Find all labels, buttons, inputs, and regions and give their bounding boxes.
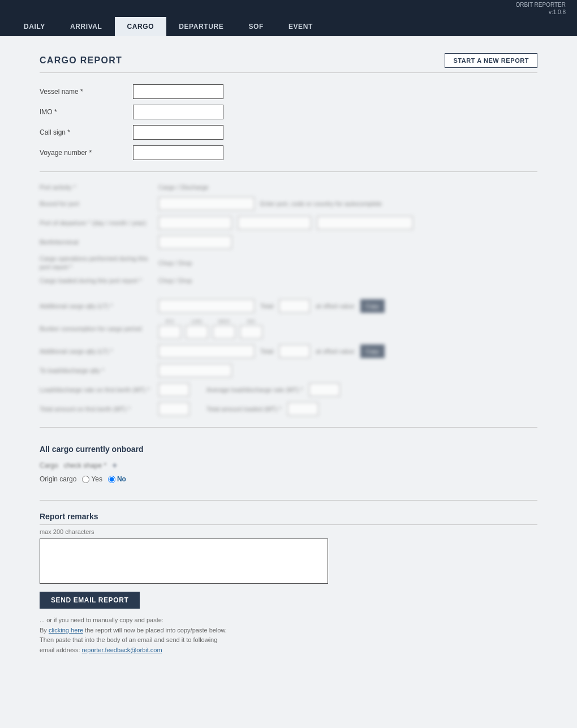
send-email-report-button[interactable]: SEND EMAIL REPORT bbox=[40, 592, 140, 609]
cargo-item-label: Cargo bbox=[40, 462, 58, 469]
footer-line2: Then paste that into the body of an emai… bbox=[40, 635, 537, 645]
cargo-operations-performed-row: Cargo operations performed during this p… bbox=[40, 255, 537, 271]
nav-tabs: DAILY ARRIVAL CARGO DEPARTURE SOF EVENT bbox=[0, 17, 577, 36]
bunker-mdo-input[interactable] bbox=[213, 325, 235, 339]
port-operations-section: Port activity * Cargo / Discharge Bound … bbox=[40, 183, 537, 416]
offset-value-label2: at offset value bbox=[316, 348, 354, 355]
cargo-operations-value: Chop / Drop bbox=[158, 260, 192, 266]
footer-email[interactable]: reporter.feedback@orbit.com bbox=[82, 647, 162, 653]
call-sign-group: Call sign * bbox=[40, 125, 537, 140]
imo-label: IMO * bbox=[40, 108, 127, 116]
vessel-name-label: Vessel name * bbox=[40, 88, 127, 96]
vessel-info-form: Vessel name * IMO * Call sign * Voyage n… bbox=[40, 84, 537, 160]
bound-for-port-label: Bound for port bbox=[40, 200, 153, 208]
cargo-loaded-during-label: Cargo loaded during this port report * bbox=[40, 277, 153, 285]
voyage-number-input[interactable] bbox=[133, 145, 223, 160]
cargo-operations-performed-label: Cargo operations performed during this p… bbox=[40, 255, 153, 271]
port-of-departure-input-year[interactable] bbox=[317, 216, 413, 230]
port-activity-label: Port activity * bbox=[40, 183, 153, 191]
bunker-mo-input[interactable] bbox=[240, 325, 262, 339]
rates-row: Load/discharge rate on first berth (MT) … bbox=[40, 383, 537, 397]
copy-button-2[interactable]: Copy bbox=[360, 344, 385, 358]
tab-cargo[interactable]: CARGO bbox=[115, 17, 167, 36]
port-activity-row: Port activity * Cargo / Discharge bbox=[40, 183, 537, 191]
remarks-hint: max 200 characters bbox=[40, 528, 537, 535]
port-of-departure-label: Port of departure * (day / month / year) bbox=[40, 219, 153, 227]
berth-terminal-row: Berth/terminal bbox=[40, 235, 537, 249]
bunker-ifo-wrap: IFO bbox=[158, 318, 181, 339]
bound-for-port-input[interactable] bbox=[158, 197, 255, 210]
voyage-number-group: Voyage number * bbox=[40, 145, 537, 160]
origin-cargo-row: Origin cargo Yes No bbox=[40, 475, 537, 483]
to-load-discharge-label: To load/discharge qtty * bbox=[40, 367, 153, 374]
tab-event[interactable]: EVENT bbox=[276, 17, 325, 36]
col-label-lmg: LMG bbox=[191, 318, 203, 324]
cargo-add-button[interactable]: + bbox=[112, 460, 117, 471]
cargo-loaded-value: Chop / Drop bbox=[158, 277, 192, 284]
col-label-mdo: MDO bbox=[218, 318, 230, 324]
origin-cargo-label: Origin cargo bbox=[40, 475, 76, 483]
cargo-check-shape: check shape * bbox=[64, 462, 106, 469]
port-activity-value: Cargo / Discharge bbox=[158, 184, 209, 191]
imo-group: IMO * bbox=[40, 105, 537, 119]
total-input2[interactable] bbox=[279, 344, 310, 358]
footer-link[interactable]: clicking here bbox=[49, 627, 83, 634]
bunker-mdo-wrap: MDO bbox=[213, 318, 235, 339]
tab-departure[interactable]: DEPARTURE bbox=[166, 17, 236, 36]
bunker-ifo-input[interactable] bbox=[158, 325, 181, 339]
footer-line1: By clicking here the report will now be … bbox=[40, 626, 537, 636]
copy-button-1[interactable]: Copy bbox=[360, 299, 385, 313]
load-discharge-first-berth-input[interactable] bbox=[158, 383, 190, 397]
avg-load-discharge-input[interactable] bbox=[309, 383, 340, 397]
total-loaded-input[interactable] bbox=[287, 402, 318, 416]
col-label-ifo: IFO bbox=[166, 318, 174, 324]
port-of-departure-input-month[interactable] bbox=[238, 216, 311, 230]
origin-cargo-radio-yes[interactable] bbox=[82, 476, 89, 483]
port-of-departure-input-day[interactable] bbox=[158, 216, 232, 230]
bunker-lmg-input[interactable] bbox=[186, 325, 208, 339]
remarks-title: Report remarks bbox=[40, 512, 537, 525]
additional-cargo-qtty2-label: Additional cargo qtty (LT) * bbox=[40, 347, 153, 355]
berth-terminal-input[interactable] bbox=[158, 235, 232, 249]
bunker-mo-wrap: MO bbox=[240, 318, 262, 339]
voyage-number-label: Voyage number * bbox=[40, 149, 127, 157]
tab-daily[interactable]: DAILY bbox=[11, 17, 58, 36]
section-divider bbox=[40, 171, 537, 172]
offset-value-label: at offset value bbox=[316, 303, 354, 309]
to-load-discharge-input[interactable] bbox=[158, 364, 232, 377]
app-title: ORBIT REPORTER v:1.0.8 bbox=[515, 1, 566, 16]
origin-cargo-no[interactable]: No bbox=[108, 475, 126, 483]
vessel-name-group: Vessel name * bbox=[40, 84, 537, 99]
call-sign-input[interactable] bbox=[133, 125, 223, 140]
footer-line3: email address: reporter.feedback@orbit.c… bbox=[40, 645, 537, 656]
imo-input[interactable] bbox=[133, 105, 223, 119]
origin-cargo-radio-no[interactable] bbox=[108, 476, 115, 483]
bound-for-port-hint: Enter port, code or country for autocomp… bbox=[260, 200, 382, 207]
total-first-berth-input[interactable] bbox=[158, 402, 190, 416]
berth-terminal-label: Berth/terminal bbox=[40, 238, 153, 246]
tab-sof[interactable]: SOF bbox=[236, 17, 275, 36]
avg-load-discharge-label: Average load/discharge rate (MT) * bbox=[206, 386, 303, 394]
additional-cargo-qtty-label: Additional cargo qtty (LT) * bbox=[40, 302, 153, 310]
app-header: ORBIT REPORTER v:1.0.8 bbox=[0, 0, 577, 17]
main-content: CARGO REPORT START A NEW REPORT Vessel n… bbox=[11, 36, 566, 673]
start-new-report-button[interactable]: START A NEW REPORT bbox=[445, 53, 537, 68]
additional-cargo-qtty-input[interactable] bbox=[158, 299, 255, 313]
bunker-lmg-wrap: LMG bbox=[186, 318, 208, 339]
vessel-name-input[interactable] bbox=[133, 84, 223, 99]
bunker-col-inputs: IFO LMG MDO MO bbox=[158, 318, 262, 339]
cargo-divider bbox=[40, 427, 537, 428]
footer-note: ... or if you need to manually copy and … bbox=[40, 615, 537, 626]
additional-cargo-qtty2-input[interactable] bbox=[158, 344, 255, 358]
total-first-berth-label: Total amount on first berth (MT) * bbox=[40, 405, 153, 413]
page-title: CARGO REPORT bbox=[40, 55, 122, 66]
remarks-textarea[interactable] bbox=[40, 539, 328, 584]
tab-arrival[interactable]: ARRIVAL bbox=[58, 17, 115, 36]
total-input[interactable] bbox=[279, 299, 310, 313]
cargo-loaded-during-row: Cargo loaded during this port report * C… bbox=[40, 277, 537, 285]
load-discharge-first-berth-label: Load/discharge rate on first berth (MT) … bbox=[40, 386, 153, 394]
origin-cargo-yes[interactable]: Yes bbox=[82, 475, 102, 483]
cargo-item-row: Cargo check shape * + bbox=[40, 460, 537, 471]
additional-cargo-qtty2-row: Additional cargo qtty (LT) * Total at of… bbox=[40, 344, 537, 358]
total-label: Total bbox=[260, 303, 273, 309]
